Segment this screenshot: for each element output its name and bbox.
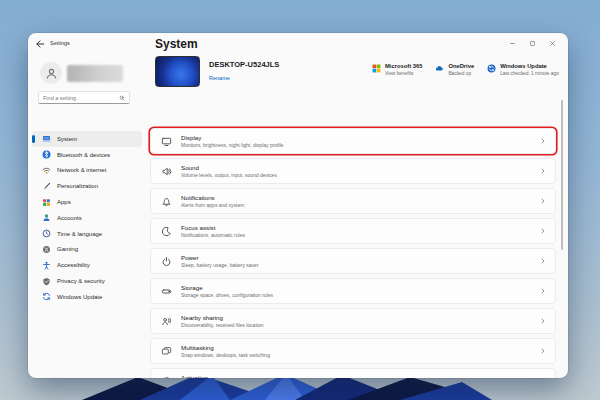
user-name-redacted — [67, 65, 123, 82]
row-subtitle: Snap windows, desktops, task switching — [181, 352, 540, 358]
settings-row-multitasking[interactable]: Multitasking Snap windows, desktops, tas… — [150, 338, 556, 364]
row-subtitle: Storage space, drives, configuration rul… — [181, 292, 540, 298]
sidebar-item-label: Personalization — [57, 183, 98, 189]
sidebar-item-label: Bluetooth & devices — [57, 152, 110, 158]
status-subtitle: Backed up — [448, 71, 474, 76]
display-icon — [161, 136, 172, 147]
status-title: OneDrive — [448, 63, 474, 69]
sidebar-item-label: Network & internet — [57, 167, 106, 173]
chevron-right-icon — [540, 348, 546, 354]
accounts-icon — [42, 213, 51, 222]
row-title: Sound — [181, 164, 540, 171]
app-label: Settings — [50, 40, 70, 46]
multitasking-icon — [161, 346, 172, 357]
rename-link[interactable]: Rename — [209, 75, 279, 81]
search-box[interactable] — [38, 91, 130, 104]
sidebar: System Bluetooth & devices Network & int… — [28, 55, 146, 378]
search-input[interactable] — [43, 95, 119, 101]
sidebar-item-label: Apps — [57, 199, 71, 205]
row-title: Storage — [181, 284, 540, 291]
settings-row-notifications[interactable]: Notifications Alerts from apps and syste… — [150, 188, 556, 214]
status-item-onedrive[interactable]: OneDrive Backed up — [435, 63, 474, 76]
row-title: Focus assist — [181, 224, 540, 231]
settings-row-focus-assist[interactable]: Focus assist Notifications, automatic ru… — [150, 218, 556, 244]
row-title: Display — [181, 134, 540, 141]
gaming-icon — [42, 245, 51, 254]
settings-row-sound[interactable]: Sound Volume levels, output, input, soun… — [150, 158, 556, 184]
sidebar-item-accessibility[interactable]: Accessibility — [32, 257, 142, 273]
search-icon — [119, 95, 125, 101]
device-block: DESKTOP-U524JLS Rename — [155, 56, 279, 87]
status-subtitle: View benefits — [385, 71, 422, 76]
sidebar-item-apps[interactable]: Apps — [32, 194, 142, 210]
status-item-microsoft-365[interactable]: Microsoft 365 View benefits — [372, 63, 422, 76]
system-icon — [42, 134, 51, 143]
sidebar-nav: System Bluetooth & devices Network & int… — [32, 131, 142, 305]
microsoft-365-icon — [372, 64, 381, 73]
windows-update-status-icon — [487, 64, 496, 73]
settings-row-power[interactable]: Power Sleep, battery usage, battery save… — [150, 248, 556, 274]
sidebar-item-personalization[interactable]: Personalization — [32, 178, 142, 194]
sidebar-item-label: Gaming — [57, 246, 78, 252]
status-strip: Microsoft 365 View benefits OneDrive Bac… — [372, 63, 559, 76]
personalization-icon — [42, 182, 51, 191]
back-button[interactable] — [35, 39, 45, 49]
settings-window: Settings System Bluetooth & devices Netw… — [28, 33, 568, 378]
selected-accent-bar — [32, 135, 35, 143]
row-title: Activation — [181, 374, 540, 378]
settings-row-nearby-sharing[interactable]: Nearby sharing Discoverability, received… — [150, 308, 556, 334]
row-title: Power — [181, 254, 540, 261]
status-title: Microsoft 365 — [385, 63, 422, 69]
chevron-right-icon — [540, 288, 546, 294]
chevron-right-icon — [540, 228, 546, 234]
row-subtitle: Notifications, automatic rules — [181, 232, 540, 238]
row-title: Notifications — [181, 194, 540, 201]
device-name: DESKTOP-U524JLS — [209, 60, 279, 69]
privacy-icon — [42, 277, 51, 286]
sidebar-item-time-language[interactable]: Time & language — [32, 226, 142, 242]
sidebar-item-privacy-security[interactable]: Privacy & security — [32, 273, 142, 289]
storage-icon — [161, 286, 172, 297]
page-title: System — [155, 37, 198, 51]
device-meta: DESKTOP-U524JLS Rename — [209, 56, 279, 87]
sidebar-item-network-internet[interactable]: Network & internet — [32, 163, 142, 179]
row-subtitle: Monitors, brightness, night light, displ… — [181, 142, 540, 148]
settings-row-display[interactable]: Display Monitors, brightness, night ligh… — [150, 128, 556, 154]
onedrive-icon — [435, 64, 444, 73]
settings-row-activation[interactable]: Activation Activation state, subscriptio… — [150, 368, 556, 378]
row-title: Multitasking — [181, 344, 540, 351]
scrollbar[interactable] — [561, 100, 563, 250]
chevron-right-icon — [540, 138, 546, 144]
row-subtitle: Sleep, battery usage, battery saver — [181, 262, 540, 268]
notifications-icon — [161, 196, 172, 207]
sidebar-item-gaming[interactable]: Gaming — [32, 242, 142, 258]
user-icon — [45, 67, 58, 80]
accessibility-icon — [42, 261, 51, 270]
sidebar-item-system[interactable]: System — [32, 131, 142, 147]
status-title: Windows Update — [500, 63, 559, 69]
nearby-sharing-icon — [161, 316, 172, 327]
focus-assist-icon — [161, 226, 172, 237]
sidebar-item-label: Windows Update — [57, 294, 102, 300]
row-subtitle: Alerts from apps and system — [181, 202, 540, 208]
status-item-windows-update[interactable]: Windows Update Last checked: 1 minute ag… — [487, 63, 559, 76]
bluetooth-icon — [42, 150, 51, 159]
chevron-right-icon — [540, 318, 546, 324]
power-icon — [161, 256, 172, 267]
main-content: System DESKTOP-U524JLS Rename Microsoft … — [150, 33, 568, 378]
sidebar-item-label: Time & language — [57, 231, 102, 237]
windows-update-icon — [42, 292, 51, 301]
sidebar-item-bluetooth-devices[interactable]: Bluetooth & devices — [32, 147, 142, 163]
row-title: Nearby sharing — [181, 314, 540, 321]
sidebar-item-label: Accounts — [57, 215, 82, 221]
user-profile[interactable] — [40, 62, 123, 84]
settings-row-storage[interactable]: Storage Storage space, drives, configura… — [150, 278, 556, 304]
device-thumbnail — [155, 56, 200, 87]
sidebar-item-label: Accessibility — [57, 262, 90, 268]
chevron-right-icon — [540, 198, 546, 204]
sidebar-item-accounts[interactable]: Accounts — [32, 210, 142, 226]
sidebar-item-windows-update[interactable]: Windows Update — [32, 289, 142, 305]
row-subtitle: Volume levels, output, input, sound devi… — [181, 172, 540, 178]
status-subtitle: Last checked: 1 minute ago — [500, 71, 559, 76]
sidebar-item-label: Privacy & security — [57, 278, 105, 284]
